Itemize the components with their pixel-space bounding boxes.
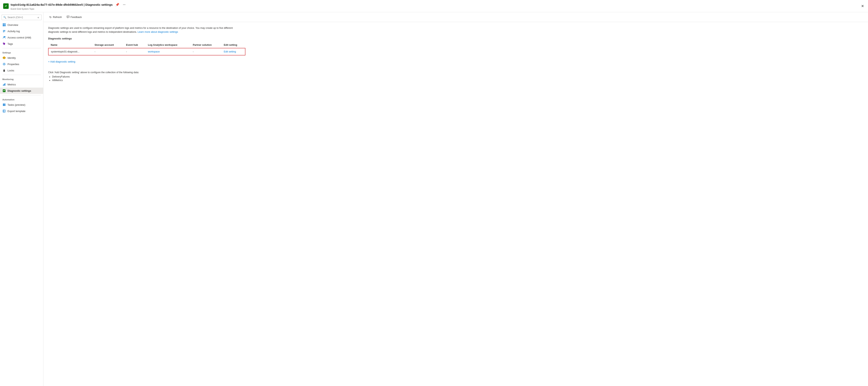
sidebar-item-tags[interactable]: Tags <box>0 41 43 47</box>
sidebar-item-identity[interactable]: i Identity <box>0 55 43 61</box>
svg-rect-22 <box>3 104 4 105</box>
col-header-partner: Partner solution <box>190 42 221 48</box>
tasks-icon <box>2 103 6 106</box>
cell-editsetting: Edit setting <box>221 48 245 55</box>
col-header-loganalytics: Log Analytics workspace <box>146 42 191 48</box>
svg-rect-23 <box>5 104 5 105</box>
col-header-editsetting: Edit setting <box>221 42 245 48</box>
description-text: Diagnostic settings are used to configur… <box>48 26 238 34</box>
svg-rect-1 <box>3 24 4 25</box>
add-diagnostic-setting-link[interactable]: + Add diagnostic setting <box>48 60 75 63</box>
edit-setting-link[interactable]: Edit setting <box>224 50 236 53</box>
app-layout: 🔍 « Overview <box>0 12 868 386</box>
sidebar-item-export-template[interactable]: Export template <box>0 108 43 114</box>
svg-point-14 <box>3 63 5 65</box>
cell-partner: - <box>190 48 221 55</box>
sidebar-item-properties[interactable]: Properties <box>0 61 43 67</box>
sidebar-item-locks[interactable]: Locks <box>0 67 43 73</box>
sidebar-item-tasks[interactable]: Tasks (preview) <box>0 102 43 108</box>
section-monitoring: Monitoring <box>0 76 43 81</box>
click-info-text: Click 'Add Diagnostic setting' above to … <box>48 71 863 74</box>
pin-icon[interactable]: 📌 <box>115 2 120 7</box>
divider-automation <box>2 95 41 95</box>
svg-rect-17 <box>4 84 4 86</box>
page-subtitle: Event Grid System Topic <box>11 8 860 10</box>
refresh-icon: ↻ <box>49 15 52 19</box>
workspace-link[interactable]: workspace <box>148 50 160 53</box>
title-bar-actions: ✕ <box>860 3 865 9</box>
table-row: systemtopic01-diagnosti... - - workspace… <box>48 48 245 55</box>
svg-rect-18 <box>5 83 5 86</box>
locks-icon <box>2 69 6 72</box>
section-title: Diagnostic settings <box>48 37 863 40</box>
title-bar-text: topic01stg-811a624a-8a77-437e-89de-dfeb5… <box>11 2 860 10</box>
svg-rect-6 <box>3 31 5 31</box>
sidebar-item-overview[interactable]: Overview <box>0 22 43 28</box>
refresh-button[interactable]: ↻ Refresh <box>48 14 64 20</box>
col-header-eventhub: Event hub <box>124 42 146 48</box>
search-input[interactable] <box>7 16 35 19</box>
properties-icon <box>2 62 6 66</box>
sidebar: 🔍 « Overview <box>0 12 43 386</box>
toolbar: ↻ Refresh Feedback <box>43 12 868 22</box>
export-template-icon <box>2 109 6 113</box>
cell-name: systemtopic01-diagnosti... <box>48 48 92 55</box>
sidebar-item-diagnostic-settings[interactable]: Diagnostic settings <box>0 88 43 94</box>
svg-rect-2 <box>4 24 5 25</box>
overview-icon <box>2 23 6 27</box>
col-header-storage: Storage account <box>92 42 124 48</box>
svg-rect-5 <box>3 30 5 31</box>
page-title: topic01stg-811a624a-8a77-437e-89de-dfeb5… <box>11 2 860 7</box>
metrics-icon <box>2 83 6 86</box>
identity-icon: i <box>2 56 6 60</box>
divider-monitoring <box>2 75 41 75</box>
svg-rect-3 <box>3 25 4 26</box>
sidebar-item-access-control[interactable]: Access control (IAM) <box>0 34 43 41</box>
cell-storage: - <box>92 48 124 55</box>
col-header-name: Name <box>48 42 92 48</box>
feedback-icon <box>67 15 69 19</box>
feedback-button[interactable]: Feedback <box>65 14 84 20</box>
svg-rect-15 <box>3 70 5 72</box>
svg-point-9 <box>5 36 5 37</box>
svg-point-13 <box>4 64 5 65</box>
search-container: 🔍 « <box>2 14 42 20</box>
more-icon[interactable]: ··· <box>122 2 126 7</box>
title-bar: topic01stg-811a624a-8a77-437e-89de-dfeb5… <box>0 0 868 12</box>
svg-rect-16 <box>3 85 4 86</box>
section-automation: Automation <box>0 96 43 102</box>
bullet-item-delivery: DeliveryFailures <box>52 75 863 78</box>
cell-loganalytics: workspace <box>146 48 191 55</box>
learn-more-link[interactable]: Learn more about diagnostic settings <box>138 31 178 33</box>
bullet-item-allmetrics: AllMetrics <box>52 79 863 82</box>
cell-eventhub: - <box>124 48 146 55</box>
search-icon: 🔍 <box>3 16 6 19</box>
svg-rect-4 <box>4 25 5 26</box>
svg-point-10 <box>3 43 4 43</box>
sidebar-item-activity-log[interactable]: Activity log <box>0 28 43 34</box>
diagnostic-icon <box>2 89 6 93</box>
iam-icon <box>2 36 6 39</box>
collapse-button[interactable]: « <box>37 16 40 19</box>
app-icon <box>3 3 9 9</box>
section-settings: Settings <box>0 50 43 55</box>
close-button[interactable]: ✕ <box>860 3 865 9</box>
svg-text:i: i <box>4 57 4 59</box>
sidebar-item-metrics[interactable]: Metrics <box>0 81 43 88</box>
bullet-list: DeliveryFailures AllMetrics <box>52 75 863 82</box>
diagnostic-settings-table: Name Storage account Event hub Log Analy… <box>48 42 245 56</box>
content-area: Diagnostic settings are used to configur… <box>43 22 868 86</box>
main-content: ↻ Refresh Feedback Diagnostic settings a… <box>43 12 868 386</box>
svg-rect-7 <box>3 32 4 32</box>
activity-log-icon <box>2 29 6 33</box>
tags-icon <box>2 42 6 45</box>
